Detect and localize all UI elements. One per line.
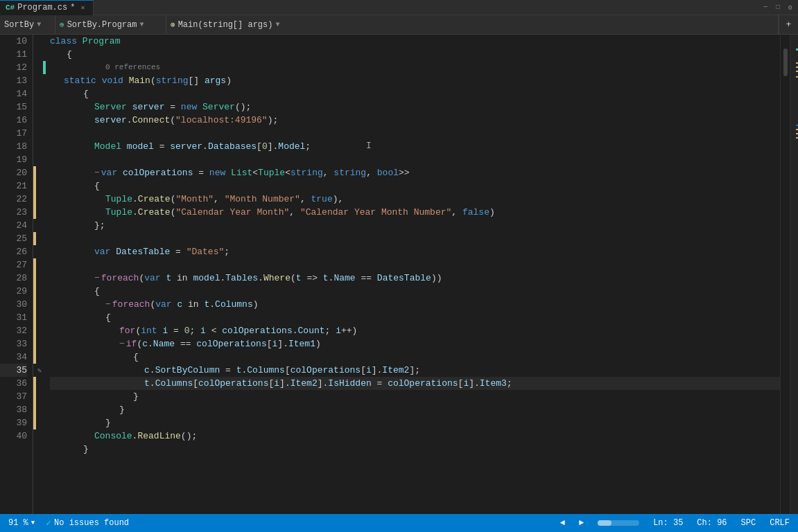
code-line-27: −foreach(var t in model.Tables.Where(t =… bbox=[50, 272, 780, 285]
code-line-38: } bbox=[50, 416, 780, 429]
horizontal-scroll[interactable] bbox=[598, 520, 639, 526]
code-line-36: } bbox=[50, 390, 780, 403]
chevron-down-icon-3: ▼ bbox=[275, 21, 279, 28]
close-icon[interactable]: ✕ bbox=[78, 3, 87, 12]
code-line-17: Model model = server.Databases[0].Model;… bbox=[50, 140, 780, 153]
code-line-10: class Program bbox=[50, 35, 780, 48]
issues-status[interactable]: ✓ No issues found bbox=[43, 514, 132, 532]
chevron-down-icon-2: ▼ bbox=[139, 21, 144, 28]
code-line-11: { bbox=[50, 48, 780, 61]
ln-indicator: Ln: 35 bbox=[650, 514, 686, 532]
code-line-40: } bbox=[50, 443, 780, 456]
nav-right-icon: ► bbox=[579, 518, 584, 528]
code-line-28: { bbox=[50, 285, 780, 298]
file-tab[interactable]: C# Program.cs * ✕ bbox=[0, 0, 94, 15]
code-line-32: −if(c.Name == colOperations[i].Item1) bbox=[50, 337, 780, 351]
minimap-highlight bbox=[790, 35, 798, 514]
settings-icon[interactable]: ⚙ bbox=[786, 3, 795, 12]
code-editor[interactable]: class Program { 0 references static void… bbox=[46, 35, 780, 514]
code-line-29: −foreach(var c in t.Columns) bbox=[50, 298, 780, 311]
code-line-23: }; bbox=[50, 219, 780, 232]
chevron-down-icon-zoom: ▼ bbox=[31, 520, 35, 526]
scrollbar-thumb[interactable] bbox=[783, 48, 788, 76]
nav-left-button[interactable]: ◄ bbox=[557, 514, 568, 532]
tab-label: Program.cs bbox=[17, 3, 67, 12]
tab-icon: C# bbox=[6, 3, 15, 12]
code-line-12: 0 references static void Main(string[] a… bbox=[50, 61, 780, 87]
encoding-indicator[interactable]: SPC bbox=[738, 514, 759, 532]
code-line-21: Tuple.Create("Month", "Month Number", tr… bbox=[50, 193, 780, 206]
code-line-24 bbox=[50, 232, 780, 245]
code-line-37: } bbox=[50, 403, 780, 416]
indicators-column: ✎ bbox=[33, 35, 46, 514]
code-line-31: for(int i = 0; i < colOperations.Count; … bbox=[50, 324, 780, 337]
code-line-22: Tuple.Create("Calendar Year Month", "Cal… bbox=[50, 206, 780, 219]
code-line-35: t.Columns[colOperations[i].Item2].IsHidd… bbox=[50, 377, 780, 390]
encoding-label: SPC bbox=[741, 518, 756, 528]
nav-add-button[interactable]: + bbox=[779, 15, 798, 35]
nav-main-icon: ⊛ bbox=[171, 20, 175, 29]
code-line-26 bbox=[50, 258, 780, 272]
chevron-down-icon: ▼ bbox=[37, 21, 41, 28]
code-line-30: { bbox=[50, 311, 780, 324]
nav-program-dropdown[interactable]: ⊕ SortBy.Program ▼ bbox=[55, 15, 166, 35]
nav-program-icon: ⊕ bbox=[60, 20, 64, 29]
line-number-gutter: 10 11 12 13 14 15 16 17 18 19 20 21 22 2… bbox=[0, 35, 33, 514]
nav-right-button[interactable]: ► bbox=[576, 514, 587, 532]
check-icon: ✓ bbox=[46, 517, 51, 529]
code-line-16 bbox=[50, 127, 780, 140]
code-line-20: { bbox=[50, 179, 780, 193]
code-line-25: var DatesTable = "Dates"; bbox=[50, 245, 780, 258]
nav-main-label: Main(string[] args) bbox=[178, 20, 273, 30]
code-line-19: −var colOperations = new List<Tuple<stri… bbox=[50, 166, 780, 179]
title-bar: C# Program.cs * ✕ ─ □ ⚙ bbox=[0, 0, 798, 15]
status-bar: 91 % ▼ ✓ No issues found ◄ ► Ln: 35 Ch: … bbox=[0, 514, 798, 532]
line-endings-indicator[interactable]: CRLF bbox=[767, 514, 792, 532]
ln-label: Ln: 35 bbox=[653, 518, 683, 528]
minimize-button[interactable]: ─ bbox=[761, 3, 770, 12]
nav-left-icon: ◄ bbox=[560, 518, 565, 528]
issues-label: No issues found bbox=[54, 518, 129, 528]
code-line-34: c.SortByColumn = t.Columns[colOperations… bbox=[50, 364, 780, 377]
nav-sortby-dropdown[interactable]: SortBy ▼ bbox=[0, 15, 55, 35]
code-line-14: Server server = new Server(); bbox=[50, 100, 780, 114]
vertical-scrollbar[interactable] bbox=[780, 35, 790, 514]
ch-label: Ch: 96 bbox=[697, 518, 727, 528]
nav-program-label: SortBy.Program bbox=[67, 20, 137, 30]
code-line-18 bbox=[50, 153, 780, 166]
code-line-13: { bbox=[50, 87, 780, 100]
line-endings-label: CRLF bbox=[770, 518, 790, 528]
code-line-39: Console.ReadLine(); bbox=[50, 429, 780, 443]
nav-main-dropdown[interactable]: ⊛ Main(string[] args) ▼ bbox=[166, 15, 779, 35]
tab-modified-indicator: * bbox=[70, 3, 75, 12]
code-line-33: { bbox=[50, 351, 780, 364]
minimap bbox=[790, 35, 798, 514]
maximize-button[interactable]: □ bbox=[773, 3, 783, 12]
nav-bar: SortBy ▼ ⊕ SortBy.Program ▼ ⊛ Main(strin… bbox=[0, 15, 798, 35]
zoom-level[interactable]: 91 % ▼ bbox=[6, 514, 37, 532]
ch-indicator: Ch: 96 bbox=[694, 514, 729, 532]
code-line-15: server.Connect("localhost:49196"); bbox=[50, 114, 780, 127]
zoom-label: 91 % bbox=[8, 518, 28, 528]
editor-container: 10 11 12 13 14 15 16 17 18 19 20 21 22 2… bbox=[0, 35, 798, 514]
nav-sortby-label: SortBy bbox=[4, 20, 34, 30]
